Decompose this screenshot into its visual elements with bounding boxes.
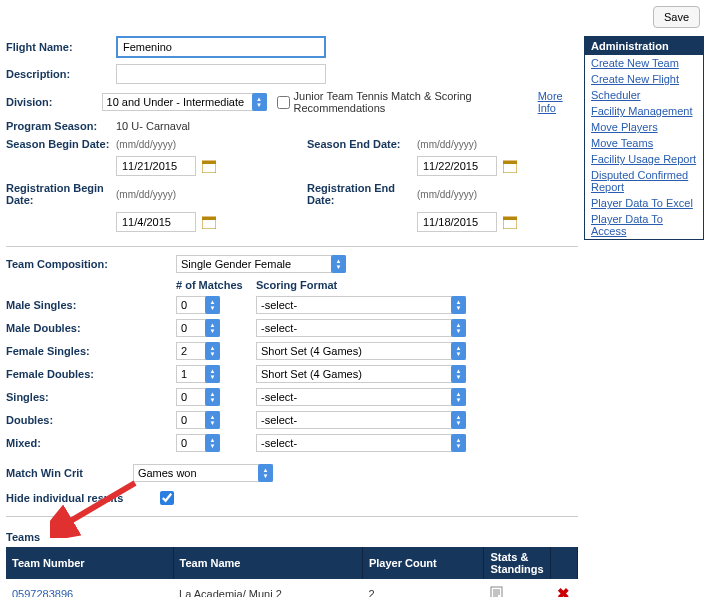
label-team-comp: Team Composition:	[6, 258, 176, 270]
label-flight-name: Flight Name:	[6, 41, 116, 53]
save-button[interactable]: Save	[653, 6, 700, 28]
hide-results-checkbox[interactable]	[160, 491, 174, 505]
th-player-count[interactable]: Player Count	[362, 547, 484, 579]
label-season-begin: Season Begin Date:	[6, 138, 116, 150]
label-season-end: Season End Date:	[307, 138, 417, 150]
table-row: 0597283896La Academia/ Muni 22✖	[6, 579, 578, 597]
reg-end-input[interactable]	[417, 212, 497, 232]
match-win-select[interactable]: Games won	[133, 464, 273, 482]
jtt-checkbox[interactable]	[277, 96, 290, 109]
program-season-value: 10 U- Carnaval	[116, 120, 190, 132]
row-doubles: Doubles:	[6, 414, 176, 426]
team-number-link[interactable]: 0597283896	[12, 588, 73, 597]
more-info-link[interactable]: More Info	[538, 90, 578, 114]
col-num-matches: # of Matches	[176, 279, 256, 291]
row-male-doubles: Male Doubles:	[6, 322, 176, 334]
calendar-icon[interactable]	[503, 159, 517, 173]
svg-rect-5	[503, 161, 517, 164]
jtt-label: Junior Team Tennis Match & Scoring Recom…	[294, 90, 531, 114]
male-singles-n[interactable]: 0	[176, 296, 220, 314]
calendar-icon[interactable]	[202, 215, 216, 229]
female-doubles-n[interactable]: 1	[176, 365, 220, 383]
description-input[interactable]	[116, 64, 326, 84]
hint-season-end: (mm/dd/yyyy)	[417, 139, 477, 150]
hint-season-begin: (mm/dd/yyyy)	[116, 139, 176, 150]
row-female-singles: Female Singles:	[6, 345, 176, 357]
th-team-name[interactable]: Team Name	[173, 547, 362, 579]
row-mixed: Mixed:	[6, 437, 176, 449]
hint-reg-end: (mm/dd/yyyy)	[417, 189, 477, 200]
teams-heading: Teams	[6, 531, 578, 543]
label-match-win: Match Win Crit	[6, 467, 83, 479]
admin-link[interactable]: Create New Team	[585, 55, 703, 71]
doubles-fmt[interactable]: -select-	[256, 411, 466, 429]
admin-link[interactable]: Player Data To Excel	[585, 195, 703, 211]
admin-header: Administration	[585, 37, 703, 55]
svg-rect-1	[202, 161, 216, 164]
label-description: Description:	[6, 68, 116, 80]
label-division: Division:	[6, 96, 102, 108]
row-singles: Singles:	[6, 391, 176, 403]
admin-link[interactable]: Move Players	[585, 119, 703, 135]
division-select[interactable]: 10 and Under - Intermediate	[102, 93, 267, 111]
admin-link[interactable]: Create New Flight	[585, 71, 703, 87]
admin-link[interactable]: Facility Management	[585, 103, 703, 119]
female-singles-fmt[interactable]: Short Set (4 Games)	[256, 342, 466, 360]
flight-name-input[interactable]	[116, 36, 326, 58]
document-icon[interactable]	[490, 590, 503, 597]
admin-link[interactable]: Player Data To Access	[585, 211, 703, 239]
singles-n[interactable]: 0	[176, 388, 220, 406]
admin-link[interactable]: Move Teams	[585, 135, 703, 151]
svg-rect-3	[202, 217, 216, 220]
season-begin-input[interactable]	[116, 156, 196, 176]
male-doubles-fmt[interactable]: -select-	[256, 319, 466, 337]
team-name-cell: La Academia/ Muni 2	[173, 579, 362, 597]
svg-rect-7	[503, 217, 517, 220]
delete-row-icon[interactable]: ✖	[550, 579, 577, 597]
admin-link[interactable]: Disputed Confirmed Report	[585, 167, 703, 195]
doubles-n[interactable]: 0	[176, 411, 220, 429]
mixed-fmt[interactable]: -select-	[256, 434, 466, 452]
singles-fmt[interactable]: -select-	[256, 388, 466, 406]
label-hide-results: Hide individual results	[6, 492, 156, 504]
row-male-singles: Male Singles:	[6, 299, 176, 311]
reg-begin-input[interactable]	[116, 212, 196, 232]
hint-reg-begin: (mm/dd/yyyy)	[116, 189, 176, 200]
th-team-number[interactable]: Team Number	[6, 547, 173, 579]
calendar-icon[interactable]	[503, 215, 517, 229]
season-end-input[interactable]	[417, 156, 497, 176]
col-scoring-format: Scoring Format	[256, 279, 486, 291]
calendar-icon[interactable]	[202, 159, 216, 173]
label-reg-begin: Registration Begin Date:	[6, 182, 116, 206]
admin-link[interactable]: Scheduler	[585, 87, 703, 103]
female-singles-n[interactable]: 2	[176, 342, 220, 360]
row-female-doubles: Female Doubles:	[6, 368, 176, 380]
th-stats[interactable]: Stats & Standings	[484, 547, 550, 579]
admin-link[interactable]: Facility Usage Report	[585, 151, 703, 167]
admin-panel: Administration Create New TeamCreate New…	[584, 36, 704, 240]
teams-table: Team Number Team Name Player Count Stats…	[6, 547, 578, 597]
male-doubles-n[interactable]: 0	[176, 319, 220, 337]
player-count-cell: 2	[362, 579, 484, 597]
male-singles-fmt[interactable]: -select-	[256, 296, 466, 314]
team-comp-select[interactable]: Single Gender Female	[176, 255, 346, 273]
mixed-n[interactable]: 0	[176, 434, 220, 452]
label-reg-end: Registration End Date:	[307, 182, 417, 206]
female-doubles-fmt[interactable]: Short Set (4 Games)	[256, 365, 466, 383]
label-program-season: Program Season:	[6, 120, 116, 132]
